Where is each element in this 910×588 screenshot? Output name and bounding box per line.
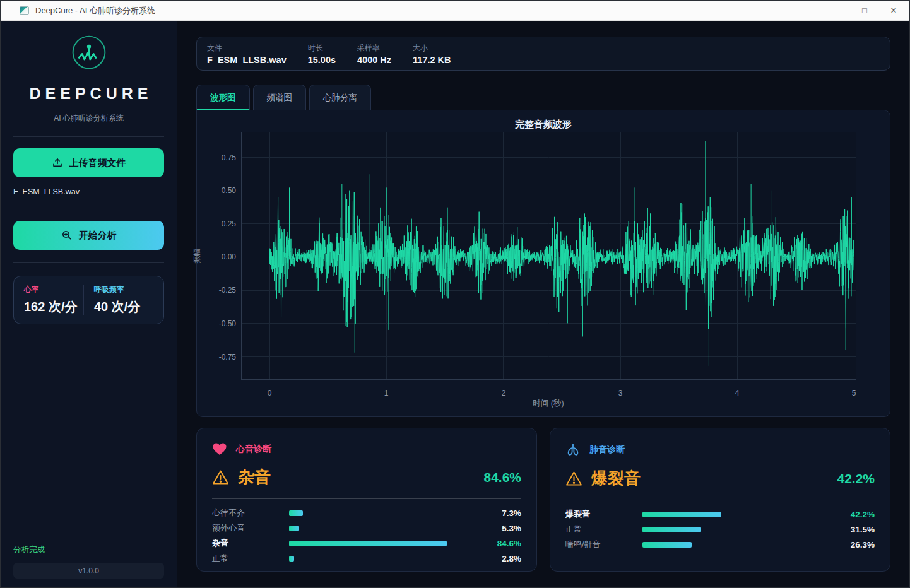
version-badge: v1.0.0 [13,563,164,579]
y-tick: 0.75 [199,153,236,162]
heart-rate-value: 162 次/分 [24,298,83,315]
x-tick: 0 [268,389,272,397]
lungs-icon [565,442,581,457]
vitals-card: 心率 162 次/分 呼吸频率 40 次/分 [13,276,164,324]
tab-waveform[interactable]: 波形图 [196,85,250,110]
probability-row: 正常 31.5% [565,522,875,537]
main-content: 文件 F_ESM_LLSB.wav 时长 15.00s 采样率 4000 Hz … [177,21,909,587]
lung-result-label: 爆裂音 [591,467,828,490]
view-tabs: 波形图 频谱图 心肺分离 [196,85,890,110]
x-axis-label: 时间 (秒) [533,398,564,409]
maximize-button[interactable]: □ [850,1,879,21]
uploaded-filename: F_ESM_LLSB.wav [13,187,164,196]
brand-title: DEEPCURE [13,85,164,103]
divider [13,262,164,263]
upload-icon [52,157,63,168]
probability-row: 喘鸣/鼾音 26.3% [565,537,875,552]
start-analysis-button[interactable]: 开始分析 [13,221,164,250]
analysis-status: 分析完成 [13,544,164,555]
app-icon [20,6,29,15]
divider [13,136,164,137]
probability-row: 额外心音 5.3% [212,520,521,536]
filesize-field: 大小 117.2 KB [413,43,451,65]
samplerate-field: 采样率 4000 Hz [357,43,391,65]
warning-icon [212,469,229,485]
y-tick: 0.00 [199,252,236,261]
probability-row: 正常 2.8% [212,551,521,566]
window-title: DeepCure - AI 心肺听诊分析系统 [35,5,155,16]
heart-card-title: 心音诊断 [236,444,271,455]
y-tick: 0.50 [199,186,236,195]
upload-audio-button[interactable]: 上传音频文件 [13,148,164,177]
y-tick: -0.25 [199,286,236,295]
probability-row-top: 杂音 84.6% [212,536,521,551]
duration-field: 时长 15.00s [308,43,336,65]
probability-row: 心律不齐 7.3% [212,505,521,520]
close-button[interactable]: ✕ [879,1,908,21]
x-tick: 2 [502,389,506,397]
y-tick: -0.50 [199,319,236,328]
probability-bar [642,512,721,517]
brand-subtitle: AI 心肺听诊分析系统 [13,113,164,124]
app-window: DeepCure - AI 心肺听诊分析系统 — □ ✕ DEEPCURE AI… [0,0,910,588]
probability-bar [642,542,692,548]
x-tick: 1 [384,389,389,397]
file-field: 文件 F_ESM_LLSB.wav [207,43,287,65]
title-bar: DeepCure - AI 心肺听诊分析系统 — □ ✕ [1,1,909,21]
minimize-button[interactable]: — [821,1,850,21]
probability-row-top: 爆裂音 42.2% [565,507,875,522]
waveform-chart-panel: 完整音频波形 振幅 时间 (秒) 0.75 0.50 0.25 0.00 -0.… [196,110,890,417]
heart-result-value: 84.6% [483,470,521,485]
lung-card-title: 肺音诊断 [589,444,625,456]
heart-diagnosis-card: 心音诊断 杂音 84.6% [196,428,537,572]
waveform-canvas[interactable] [241,132,856,380]
file-info-bar: 文件 F_ESM_LLSB.wav 时长 15.00s 采样率 4000 Hz … [196,37,890,71]
warning-icon [565,471,582,486]
y-tick: -0.75 [199,353,236,362]
deepcure-logo-icon [71,34,107,71]
probability-bar [289,556,294,562]
tab-heart-lung-separation[interactable]: 心肺分离 [309,85,371,110]
lung-result-value: 42.2% [837,471,875,486]
probability-bar [642,527,701,532]
lung-diagnosis-card: 肺音诊断 爆裂音 42.2% [550,428,890,572]
magnifier-plus-icon [61,230,73,241]
x-tick: 3 [618,389,623,397]
resp-rate-value: 40 次/分 [94,298,153,315]
x-tick: 4 [735,389,740,397]
probability-bar [289,526,299,531]
x-tick: 5 [852,389,856,397]
divider [212,498,521,499]
divider [13,209,164,209]
resp-rate-label: 呼吸频率 [94,285,153,295]
heart-rate-label: 心率 [24,285,83,295]
heart-result-label: 杂音 [238,466,475,488]
tab-spectrogram[interactable]: 频谱图 [253,85,307,110]
divider [565,500,875,500]
sidebar: DEEPCURE AI 心肺听诊分析系统 上传音频文件 F_ESM_LLSB.w… [1,21,177,587]
probability-bar [289,510,303,516]
y-tick: 0.25 [199,220,236,228]
heart-icon [212,442,227,456]
probability-bar [289,541,447,546]
chart-title: 完整音频波形 [197,119,890,131]
